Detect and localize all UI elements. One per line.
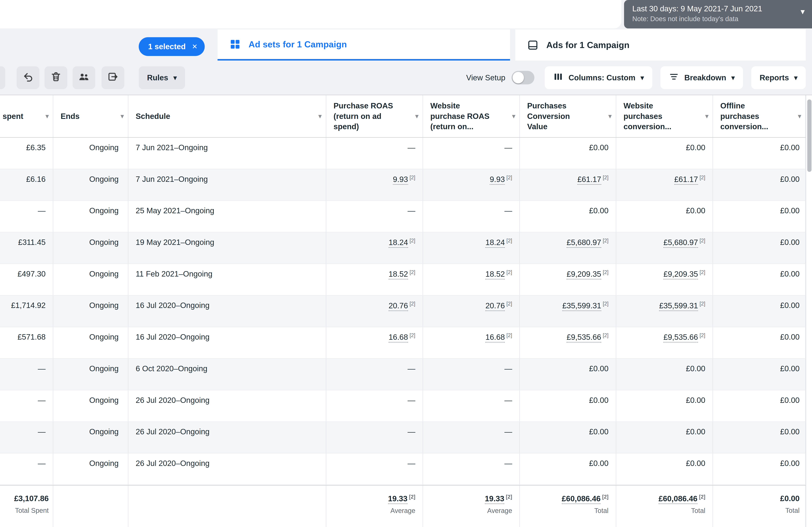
footnote-marker: [2] <box>507 175 512 180</box>
cell-website-purchase-roas: — <box>423 453 520 485</box>
cell-ends: Ongoing <box>53 422 128 453</box>
tab-ads[interactable]: Ads for 1 Campaign <box>515 29 806 61</box>
cell-offline-purchases-conversion: £0.00 <box>713 264 806 295</box>
table-row[interactable]: — Ongoing 26 Jul 2020–Ongoing — — £0.00 … <box>0 390 806 422</box>
footnote-marker: [2] <box>507 301 512 306</box>
cell-schedule: 7 Jun 2021–Ongoing <box>128 138 326 169</box>
table-row[interactable]: — Ongoing 6 Oct 2020–Ongoing — — £0.00 £… <box>0 359 806 390</box>
table-row[interactable]: £1,714.92 Ongoing 16 Jul 2020–Ongoing 20… <box>0 296 806 327</box>
footer-amount-spent: £3,107.86 Total Spent <box>0 486 53 527</box>
column-header-schedule[interactable]: Schedule▾ <box>128 95 326 137</box>
cell-purchases-conversion-value: £0.00 <box>520 390 616 422</box>
cell-schedule: 6 Oct 2020–Ongoing <box>128 359 326 390</box>
cell-website-purchases-conversion: £9,209.35[2] <box>616 264 713 295</box>
cell-ends: Ongoing <box>53 453 128 485</box>
trash-icon <box>50 71 61 84</box>
view-setup-control: View Setup <box>466 71 534 84</box>
data-table: spent▾ Ends▾ Schedule▾ Purchase ROAS (re… <box>0 95 812 527</box>
cell-website-purchases-conversion: £0.00 <box>616 390 713 422</box>
tab-ad-sets[interactable]: Ad sets for 1 Campaign <box>218 29 510 61</box>
cell-ends: Ongoing <box>53 327 128 358</box>
cell-amount-spent: £311.45 <box>0 232 53 263</box>
table-row[interactable]: £311.45 Ongoing 19 May 2021–Ongoing 18.2… <box>0 232 806 264</box>
cell-website-purchases-conversion: £9,535.66[2] <box>616 327 713 358</box>
audience-button[interactable] <box>73 66 96 89</box>
cell-offline-purchases-conversion: £0.00 <box>713 422 806 453</box>
cell-purchases-conversion-value: £0.00 <box>520 138 616 169</box>
undo-button[interactable] <box>17 66 40 89</box>
sort-caret-icon: ▾ <box>705 111 708 121</box>
cell-website-purchases-conversion: £5,680.97[2] <box>616 232 713 263</box>
breakdown-button[interactable]: Breakdown ▾ <box>661 66 743 89</box>
selected-count-pill[interactable]: 1 selected ✕ <box>139 37 205 56</box>
cell-website-purchase-roas: — <box>423 201 520 232</box>
vertical-scrollbar[interactable] <box>806 95 812 527</box>
footnote-marker: [2] <box>409 494 415 500</box>
column-header-purchase-roas[interactable]: Purchase ROAS (return on ad spend)▾ <box>326 95 423 137</box>
selected-count-label: 1 selected <box>148 42 186 51</box>
footer-schedule <box>128 486 326 527</box>
toolbar-left-group: Rules ▾ <box>0 66 185 89</box>
cell-purchases-conversion-value: £0.00 <box>520 453 616 485</box>
cell-schedule: 26 Jul 2020–Ongoing <box>128 390 326 422</box>
reports-button[interactable]: Reports ▾ <box>751 66 806 89</box>
table-row[interactable]: £497.30 Ongoing 11 Feb 2021–Ongoing 18.5… <box>0 264 806 296</box>
rules-button[interactable]: Rules ▾ <box>139 66 185 89</box>
cell-offline-purchases-conversion: £0.00 <box>713 296 806 327</box>
tab-ad-sets-label: Ad sets for 1 Campaign <box>248 39 347 49</box>
toolbar: Rules ▾ View Setup Columns: Custom ▾ Bre… <box>0 61 812 95</box>
cell-amount-spent: £1,714.92 <box>0 296 53 327</box>
cell-purchase-roas: 16.68[2] <box>326 327 423 358</box>
toggle-knob <box>512 72 524 83</box>
column-header-purchases-conversion-value[interactable]: Purchases Conversion Value▾ <box>520 95 616 137</box>
cell-purchases-conversion-value: £61.17[2] <box>520 169 616 201</box>
table-footer-row: £3,107.86 Total Spent 19.33[2] Average 1… <box>0 485 806 527</box>
cell-offline-purchases-conversion: £0.00 <box>713 138 806 169</box>
cell-offline-purchases-conversion: £0.00 <box>713 327 806 358</box>
cell-ends: Ongoing <box>53 201 128 232</box>
cell-purchase-roas: — <box>326 422 423 453</box>
table-row[interactable]: — Ongoing 26 Jul 2020–Ongoing — — £0.00 … <box>0 453 806 485</box>
cell-schedule: 16 Jul 2020–Ongoing <box>128 296 326 327</box>
columns-button[interactable]: Columns: Custom ▾ <box>545 66 652 89</box>
partial-button[interactable] <box>0 66 5 89</box>
column-header-website-purchases-conversion[interactable]: Website purchases conversion...▾ <box>616 95 713 137</box>
breakdown-label: Breakdown <box>684 73 726 82</box>
table-row[interactable]: — Ongoing 25 May 2021–Ongoing — — £0.00 … <box>0 201 806 233</box>
footnote-marker: [2] <box>507 238 512 243</box>
breakdown-icon <box>669 72 679 84</box>
cell-amount-spent: — <box>0 422 53 453</box>
chevron-down-icon: ▾ <box>641 74 644 82</box>
table-row[interactable]: £6.35 Ongoing 7 Jun 2021–Ongoing — — £0.… <box>0 138 806 169</box>
table-row[interactable]: — Ongoing 26 Jul 2020–Ongoing — — £0.00 … <box>0 422 806 454</box>
date-range-picker[interactable]: Last 30 days: 9 May 2021-7 Jun 2021 Note… <box>624 0 812 28</box>
export-button[interactable] <box>102 66 124 89</box>
cell-schedule: 11 Feb 2021–Ongoing <box>128 264 326 295</box>
cell-purchase-roas: — <box>326 359 423 390</box>
cell-offline-purchases-conversion: £0.00 <box>713 201 806 232</box>
scrollbar-thumb[interactable] <box>807 100 811 172</box>
table-row[interactable]: £6.16 Ongoing 7 Jun 2021–Ongoing 9.93[2]… <box>0 169 806 201</box>
column-header-amount-spent[interactable]: spent▾ <box>0 95 53 137</box>
cell-website-purchases-conversion: £0.00 <box>616 422 713 453</box>
column-header-ends[interactable]: Ends▾ <box>53 95 128 137</box>
cell-website-purchase-roas: — <box>423 422 520 453</box>
sort-caret-icon: ▾ <box>415 111 418 121</box>
table-row[interactable]: £571.68 Ongoing 16 Jul 2020–Ongoing 16.6… <box>0 327 806 359</box>
column-header-website-purchase-roas[interactable]: Website purchase ROAS (return on...▾ <box>423 95 520 137</box>
cell-ends: Ongoing <box>53 138 128 169</box>
cell-purchase-roas: 18.52[2] <box>326 264 423 295</box>
cell-offline-purchases-conversion: £0.00 <box>713 169 806 201</box>
cell-website-purchase-roas: 16.68[2] <box>423 327 520 358</box>
footer-purchases-conversion-value: £60,086.46[2] Total <box>520 486 616 527</box>
view-setup-toggle[interactable] <box>511 71 534 84</box>
cell-purchase-roas: — <box>326 390 423 422</box>
cell-purchases-conversion-value: £0.00 <box>520 201 616 232</box>
cell-purchases-conversion-value: £9,535.66[2] <box>520 327 616 358</box>
close-icon[interactable]: ✕ <box>192 43 198 50</box>
column-header-offline-purchases-conversion[interactable]: Offline purchases conversion...▾ <box>713 95 806 137</box>
table-header-row: spent▾ Ends▾ Schedule▾ Purchase ROAS (re… <box>0 95 806 138</box>
footnote-marker: [2] <box>699 175 705 180</box>
chevron-down-icon: ▾ <box>801 7 805 16</box>
delete-button[interactable] <box>44 66 67 89</box>
